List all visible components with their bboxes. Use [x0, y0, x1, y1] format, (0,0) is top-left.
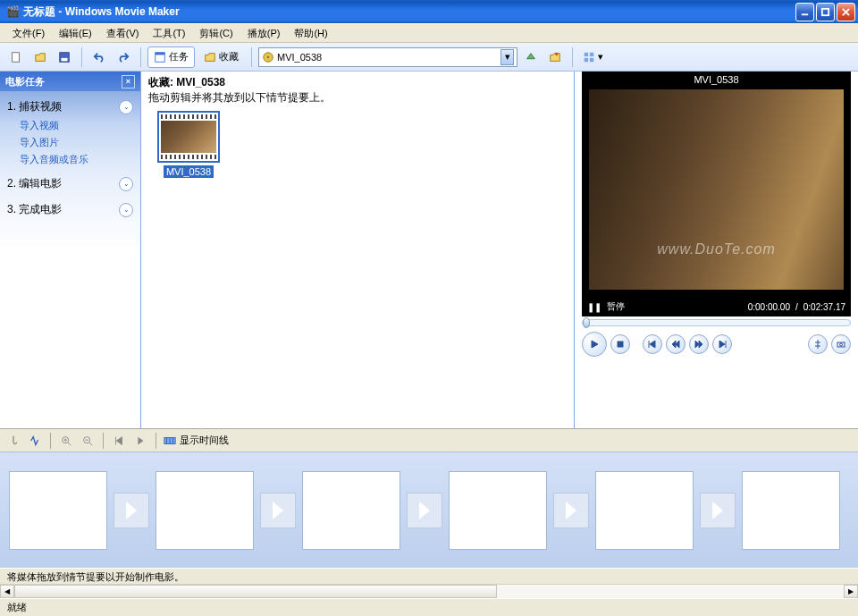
task-pane-title: 电影任务 — [5, 75, 45, 89]
seek-bar[interactable] — [582, 319, 851, 326]
scroll-right-button[interactable]: ▶ — [844, 585, 858, 598]
collection-items: MVI_0538 — [148, 111, 567, 425]
seek-knob[interactable] — [583, 317, 590, 328]
time-current: 0:00:00.00 — [748, 302, 790, 312]
view-button[interactable]: ▾ — [579, 46, 607, 68]
svg-rect-3 — [62, 57, 68, 61]
open-button[interactable] — [29, 46, 51, 68]
menu-play[interactable]: 播放(P) — [240, 24, 288, 43]
menu-file[interactable]: 文件(F) — [5, 24, 52, 43]
split-button[interactable] — [808, 334, 828, 354]
task-edit-movie[interactable]: 2. 编辑电影 ⌄ — [7, 173, 133, 194]
folder-icon — [204, 51, 216, 63]
storyboard-slot[interactable] — [742, 471, 840, 550]
menu-help[interactable]: 帮助(H) — [287, 24, 334, 43]
collection-hint: 拖动剪辑并将其放到以下情节提要上。 — [148, 90, 567, 105]
stop-button[interactable] — [610, 334, 630, 354]
collection-value: MVI_0538 — [277, 52, 498, 63]
task-import-picture[interactable]: 导入图片 — [20, 134, 133, 151]
svg-rect-1 — [13, 52, 20, 62]
svg-point-14 — [840, 343, 843, 346]
storyboard-slot[interactable] — [595, 471, 694, 550]
preview-status: ❚❚ 暂停 0:00:00.00 / 0:02:37.17 — [582, 297, 851, 316]
dropdown-arrow-icon[interactable]: ▾ — [500, 49, 514, 65]
task-import-audio[interactable]: 导入音频或音乐 — [20, 151, 133, 168]
zoom-out-button[interactable] — [80, 433, 96, 449]
svg-rect-10 — [585, 57, 588, 61]
storyboard-slot[interactable] — [156, 471, 254, 550]
next-button[interactable] — [712, 334, 732, 354]
timeline-toggle[interactable]: 显示时间线 — [164, 434, 229, 447]
pause-label: 暂停 — [607, 300, 625, 313]
tasks-icon — [154, 51, 166, 63]
pause-icon: ❚❚ — [587, 302, 601, 312]
task-pane: 电影任务 × 1. 捕获视频 ⌄ 导入视频 导入图片 导入音频或音乐 2. 编辑… — [0, 72, 141, 428]
up-button[interactable] — [520, 46, 542, 68]
rewind-button[interactable] — [666, 334, 686, 354]
scroll-thumb[interactable] — [14, 585, 497, 598]
preview-caption: MVI_0538 — [582, 72, 851, 88]
new-folder-button[interactable] — [544, 46, 566, 68]
menu-view[interactable]: 查看(V) — [99, 24, 147, 43]
svg-rect-0 — [822, 8, 829, 14]
storyboard-slot[interactable] — [9, 471, 107, 550]
collection-select[interactable]: MVI_0538 ▾ — [258, 47, 517, 67]
svg-rect-12 — [618, 342, 623, 347]
task-finish-movie[interactable]: 3. 完成电影 ⌄ — [7, 199, 133, 220]
menu-tools[interactable]: 工具(T) — [146, 24, 192, 43]
tasks-button[interactable]: 任务 — [147, 46, 195, 68]
status-text: 就绪 — [7, 601, 27, 614]
svg-rect-8 — [585, 52, 588, 55]
redo-button[interactable] — [113, 46, 134, 68]
undo-button[interactable] — [88, 46, 110, 68]
prev-button[interactable] — [643, 334, 662, 354]
menu-clip[interactable]: 剪辑(C) — [192, 24, 240, 43]
save-button[interactable] — [54, 46, 75, 68]
maximize-button[interactable] — [816, 3, 835, 21]
clip-label: MVI_0538 — [164, 165, 214, 178]
main-area: 电影任务 × 1. 捕获视频 ⌄ 导入视频 导入图片 导入音频或音乐 2. 编辑… — [0, 72, 858, 428]
new-button[interactable] — [5, 46, 27, 68]
transition-slot[interactable] — [552, 491, 590, 530]
minimize-button[interactable] — [795, 3, 814, 21]
chevron-down-icon: ⌄ — [119, 100, 133, 114]
statusbar: 就绪 — [0, 598, 858, 616]
audio-levels-button[interactable] — [27, 433, 43, 449]
collection-title-prefix: 收藏: — [148, 76, 176, 89]
play-storyboard-button[interactable] — [132, 433, 148, 449]
clip-item[interactable]: MVI_0538 — [148, 111, 229, 178]
app-icon: 🎬 — [5, 4, 20, 19]
transition-slot[interactable] — [259, 491, 297, 530]
storyboard-slot[interactable] — [302, 471, 400, 550]
titlebar: 🎬 无标题 - Windows Movie Maker — [0, 0, 858, 23]
narration-button[interactable] — [5, 433, 21, 449]
snapshot-button[interactable] — [831, 334, 851, 354]
task-pane-header: 电影任务 × — [0, 72, 140, 91]
task-capture-video[interactable]: 1. 捕获视频 ⌄ — [7, 97, 133, 117]
storyboard[interactable] — [0, 451, 858, 568]
svg-rect-11 — [590, 57, 593, 61]
clip-thumbnail — [157, 111, 220, 163]
task-import-video[interactable]: 导入视频 — [20, 117, 133, 134]
transition-slot[interactable] — [113, 491, 150, 530]
rewind-storyboard-button[interactable] — [111, 433, 127, 449]
playback-controls — [582, 332, 851, 357]
close-button[interactable] — [837, 3, 855, 21]
horizontal-scrollbar[interactable]: ◀ ▶ — [0, 584, 858, 598]
chevron-down-icon: ⌄ — [119, 177, 133, 191]
reel-icon — [262, 51, 274, 63]
tasks-label: 任务 — [169, 50, 189, 63]
transition-slot[interactable] — [699, 491, 736, 530]
menubar: 文件(F) 编辑(E) 查看(V) 工具(T) 剪辑(C) 播放(P) 帮助(H… — [0, 23, 858, 43]
menu-edit[interactable]: 编辑(E) — [52, 24, 99, 43]
transition-slot[interactable] — [406, 491, 443, 530]
forward-button[interactable] — [689, 334, 709, 354]
collections-label: 收藏 — [219, 50, 239, 63]
storyboard-slot[interactable] — [449, 471, 547, 550]
task-pane-close[interactable]: × — [122, 75, 135, 89]
collection-pane: 收藏: MVI_0538 拖动剪辑并将其放到以下情节提要上。 MVI_0538 — [141, 72, 574, 428]
scroll-left-button[interactable]: ◀ — [0, 585, 14, 598]
play-button[interactable] — [582, 332, 607, 357]
zoom-in-button[interactable] — [58, 433, 74, 449]
collections-button[interactable]: 收藏 — [198, 46, 245, 68]
